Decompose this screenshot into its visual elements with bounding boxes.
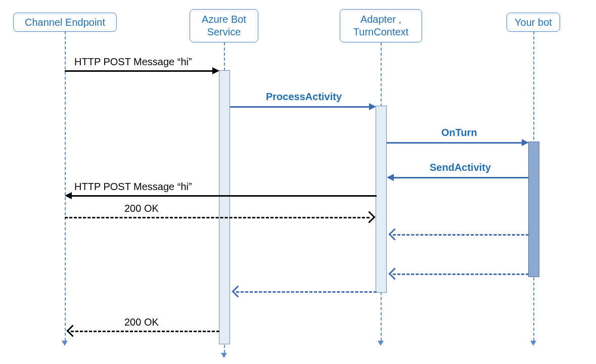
- lifeline-arrowhead: [62, 341, 68, 346]
- open-arrowhead-icon: [66, 325, 78, 337]
- msg-return: [71, 331, 219, 332]
- msg-label-200-ok-1: 200 OK: [124, 203, 159, 214]
- msg-return: [393, 234, 529, 236]
- lifeline-channel: [65, 31, 66, 341]
- open-arrowhead-icon: [232, 285, 244, 297]
- msg-arrow: [71, 195, 377, 197]
- lifeline-arrowhead: [530, 341, 536, 346]
- msg-label-sendactivity: SendActivity: [430, 162, 491, 173]
- msg-arrow: [393, 177, 529, 178]
- arrowhead-icon: [387, 174, 394, 181]
- msg-label-http-post-hi-1: HTTP POST Message “hi”: [74, 56, 192, 68]
- msg-label-processactivity: ProcessActivity: [266, 91, 342, 103]
- msg-label-http-post-hi-2: HTTP POST Message “hi”: [74, 181, 192, 193]
- arrowhead-icon: [369, 103, 376, 110]
- activation-bot: [528, 142, 539, 277]
- msg-arrow: [387, 142, 522, 144]
- open-arrowhead-icon: [388, 267, 400, 280]
- lifeline-arrowhead: [221, 353, 227, 358]
- msg-return: [393, 274, 529, 275]
- msg-arrow: [65, 70, 213, 72]
- participant-channel-endpoint: Channel Endpoint: [13, 13, 117, 32]
- participant-azure-bot-service: Azure Bot Service: [190, 9, 258, 42]
- open-arrowhead-icon: [388, 228, 400, 240]
- activation-adapter: [376, 106, 387, 293]
- participant-adapter-turncontext: Adapter , TurnContext: [340, 9, 422, 42]
- lifeline-arrowhead: [378, 341, 384, 346]
- open-arrowhead-icon: [363, 211, 375, 223]
- arrowhead-icon: [65, 192, 72, 199]
- arrowhead-icon: [212, 67, 219, 74]
- sequence-diagram: Channel Endpoint Azure Bot Service Adapt…: [0, 0, 596, 364]
- activation-azure: [219, 70, 230, 344]
- msg-return: [236, 291, 377, 293]
- msg-arrow: [230, 106, 370, 108]
- msg-return: [65, 217, 370, 218]
- msg-label-200-ok-2: 200 OK: [124, 316, 159, 328]
- participant-your-bot: Your bot: [507, 13, 560, 32]
- msg-label-onturn: OnTurn: [441, 127, 477, 139]
- arrowhead-icon: [522, 139, 529, 146]
